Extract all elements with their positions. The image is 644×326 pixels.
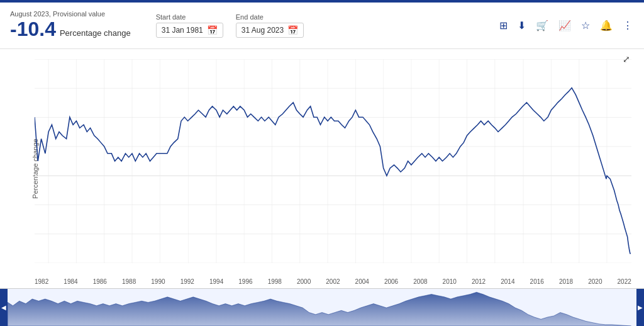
table-icon[interactable]: ⊞ xyxy=(498,18,509,33)
end-date-label: End date xyxy=(236,13,304,21)
header-value-group: -10.4 Percentage change xyxy=(10,18,131,41)
x-label-1984: 1984 xyxy=(64,278,77,285)
x-label-2016: 2016 xyxy=(530,278,544,285)
end-calendar-icon: 📅 xyxy=(287,25,298,35)
x-label-2002: 2002 xyxy=(326,278,340,285)
start-date-group: Start date 31 Jan 1981 📅 xyxy=(156,13,223,38)
value-unit: Percentage change xyxy=(60,28,131,38)
left-arrow-icon: ◀ xyxy=(1,304,6,311)
x-label-1990: 1990 xyxy=(151,278,165,285)
x-label-2022: 2022 xyxy=(618,278,631,285)
chart-svg: 20,0 15,0 10,0 5,0 0,0 -5,0 -10,0 -15,0 xyxy=(35,59,631,263)
start-date-label: Start date xyxy=(156,13,223,21)
x-label-1986: 1986 xyxy=(93,278,107,285)
basket-icon[interactable]: 🛒 xyxy=(535,18,550,33)
header-stat: August 2023, Provisional value -10.4 Per… xyxy=(10,10,131,41)
x-label-1982: 1982 xyxy=(35,278,48,285)
period-label: August 2023, Provisional value xyxy=(10,10,131,18)
end-date-value: 31 Aug 2023 xyxy=(242,26,284,35)
x-label-2000: 2000 xyxy=(297,278,311,285)
x-label-1988: 1988 xyxy=(122,278,136,285)
minimap-svg xyxy=(0,289,644,326)
start-date-input[interactable]: 31 Jan 1981 📅 xyxy=(156,23,223,38)
right-arrow-icon: ▶ xyxy=(638,304,643,311)
end-date-input[interactable]: 31 Aug 2023 📅 xyxy=(236,23,304,38)
x-label-1994: 1994 xyxy=(209,278,223,285)
x-label-2006: 2006 xyxy=(384,278,398,285)
start-date-value: 31 Jan 1981 xyxy=(162,26,203,35)
x-label-2020: 2020 xyxy=(588,278,602,285)
chart-icon[interactable]: 📈 xyxy=(557,18,572,33)
x-label-2014: 2014 xyxy=(501,278,514,285)
x-label-1998: 1998 xyxy=(268,278,282,285)
x-label-1992: 1992 xyxy=(180,278,194,285)
more-icon[interactable]: ⋮ xyxy=(621,18,634,33)
minimap-right-handle[interactable]: ▶ xyxy=(636,289,644,326)
end-date-group: End date 31 Aug 2023 📅 xyxy=(236,13,304,38)
start-calendar-icon: 📅 xyxy=(207,25,218,35)
chart-header: August 2023, Provisional value -10.4 Per… xyxy=(0,3,644,49)
minimap-left-handle[interactable]: ◀ xyxy=(0,289,8,326)
chart-container: Percentage change ⤢ 20,0 15,0 10,0 5,0 0… xyxy=(0,49,644,288)
minimap[interactable]: ◀ ▶ xyxy=(0,288,644,326)
x-label-2018: 2018 xyxy=(559,278,573,285)
chart-area: 20,0 15,0 10,0 5,0 0,0 -5,0 -10,0 -15,0 xyxy=(35,59,631,263)
star-icon[interactable]: ☆ xyxy=(580,18,591,33)
date-controls: Start date 31 Jan 1981 📅 End date 31 Aug… xyxy=(156,13,304,38)
bell-icon[interactable]: 🔔 xyxy=(599,18,614,33)
x-label-2008: 2008 xyxy=(413,278,427,285)
x-label-2010: 2010 xyxy=(443,278,457,285)
download-icon[interactable]: ⬇ xyxy=(516,18,527,33)
x-axis-labels: 1982 1984 1986 1988 1990 1992 1994 1996 … xyxy=(35,278,631,285)
toolbar: ⊞ ⬇ 🛒 📈 ☆ 🔔 ⋮ xyxy=(498,18,634,33)
x-label-2012: 2012 xyxy=(472,278,486,285)
x-label-2004: 2004 xyxy=(355,278,369,285)
x-label-1996: 1996 xyxy=(238,278,252,285)
main-value: -10.4 xyxy=(10,18,56,41)
